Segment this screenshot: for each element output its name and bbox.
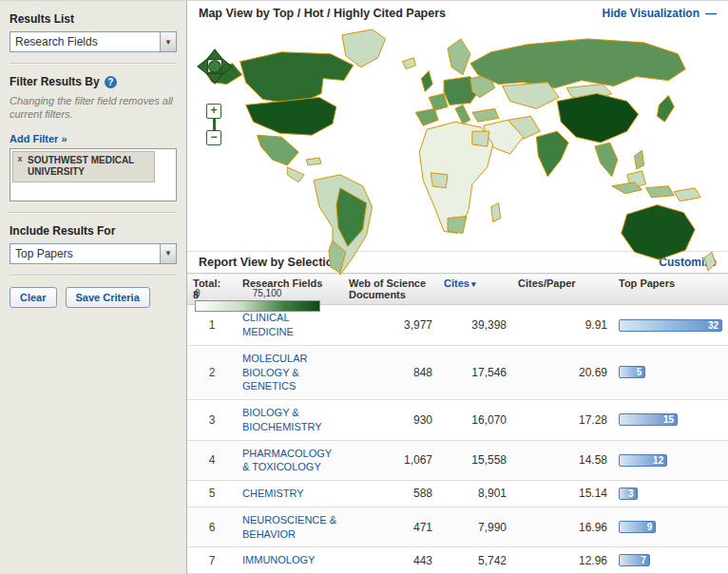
include-results-select[interactable]: Top Papers ▼ <box>10 243 177 264</box>
table-row: 4 PHARMACOLOGY & TOXICOLOGY 1,067 15,558… <box>187 440 728 481</box>
include-results-label: Include Results For <box>10 224 177 238</box>
main-panel: Map View by Top / Hot / Highly Cited Pap… <box>187 1 728 574</box>
top-papers-cell: 3 <box>613 481 728 507</box>
zoom-slider-track[interactable] <box>213 119 216 130</box>
results-table: Total: 8 Research Fields Web of Science … <box>187 273 728 574</box>
cites-cell: 17,546 <box>438 345 512 399</box>
collapse-minus-icon: — <box>705 7 717 20</box>
filter-tag-label: SOUTHWEST MEDICAL UNIVERSITY <box>28 155 134 178</box>
cites-per-paper-cell: 12.96 <box>512 547 613 574</box>
divider <box>10 63 177 65</box>
cites-per-paper-cell: 17.28 <box>512 400 613 441</box>
cites-per-paper-cell: 20.69 <box>512 345 613 399</box>
docs-cell: 848 <box>343 345 438 399</box>
hide-visualization-link[interactable]: Hide Visualization — <box>603 7 717 20</box>
filter-results-by-label: Filter Results By <box>10 75 100 88</box>
legend-gradient-bar <box>195 300 320 312</box>
map-legend: 0 75,100 <box>195 288 320 312</box>
include-results-selected-value: Top Papers <box>10 247 160 260</box>
rank-cell: 3 <box>187 400 237 441</box>
zoom-in-button[interactable]: + <box>206 104 221 119</box>
filter-tag[interactable]: x SOUTHWEST MEDICAL UNIVERSITY <box>12 151 155 182</box>
add-filter-link[interactable]: Add Filter » <box>10 133 67 144</box>
research-field-link[interactable]: CHEMISTRY <box>242 488 304 499</box>
clear-button[interactable]: Clear <box>10 287 57 308</box>
docs-cell: 471 <box>343 507 438 547</box>
results-list-label: Results List <box>10 12 177 26</box>
results-list-select[interactable]: Research Fields ▼ <box>10 31 177 52</box>
field-cell: BIOLOGY & BIOCHEMISTRY <box>237 400 343 441</box>
map-area: + − 0 75,100 <box>187 26 728 251</box>
cites-cell: 5,742 <box>438 547 512 574</box>
docs-cell: 1,067 <box>343 440 438 481</box>
research-field-link[interactable]: BIOLOGY & BIOCHEMISTRY <box>242 407 322 432</box>
legend-max-label: 75,100 <box>253 288 282 298</box>
field-cell: MOLECULAR BIOLOGY & GENETICS <box>237 345 343 399</box>
map-pan-control[interactable] <box>197 48 233 85</box>
research-field-link[interactable]: NEUROSCIENCE & BEHAVIOR <box>242 514 336 540</box>
filter-note: Changing the filter field removes all cu… <box>10 94 177 122</box>
top-papers-bar[interactable]: 15 <box>619 413 678 426</box>
cites-cell: 16,070 <box>438 400 512 441</box>
chevron-down-icon: ▼ <box>160 32 176 51</box>
cites-cell: 8,901 <box>438 481 512 507</box>
cites-per-paper-cell: 14.58 <box>512 440 613 481</box>
research-field-link[interactable]: MOLECULAR BIOLOGY & GENETICS <box>242 353 307 392</box>
top-papers-bar[interactable]: 12 <box>619 454 667 467</box>
top-papers-cell: 12 <box>613 440 728 481</box>
top-papers-bar[interactable]: 9 <box>619 521 656 533</box>
remove-filter-icon[interactable]: x <box>15 154 25 163</box>
table-row: 6 NEUROSCIENCE & BEHAVIOR 471 7,990 16.9… <box>187 507 728 547</box>
top-papers-bar[interactable]: 32 <box>619 319 722 332</box>
table-row: 3 BIOLOGY & BIOCHEMISTRY 930 16,070 17.2… <box>187 400 728 441</box>
map-countries <box>206 29 716 275</box>
top-papers-bar[interactable]: 5 <box>619 366 645 378</box>
docs-cell: 588 <box>343 481 438 507</box>
docs-cell: 930 <box>343 400 438 441</box>
cites-per-paper-cell: 16.96 <box>512 507 613 547</box>
filter-listbox[interactable]: x SOUTHWEST MEDICAL UNIVERSITY <box>10 148 177 201</box>
cites-per-paper-cell: 15.14 <box>512 481 613 507</box>
rank-cell: 5 <box>187 481 237 507</box>
map-view-title: Map View by Top / Hot / Highly Cited Pap… <box>199 7 446 20</box>
top-papers-cell: 32 <box>613 305 728 346</box>
world-map[interactable] <box>191 26 719 286</box>
cites-cell: 15,558 <box>438 440 512 481</box>
map-header: Map View by Top / Hot / Highly Cited Pap… <box>187 1 728 26</box>
top-papers-cell: 5 <box>613 345 728 399</box>
field-cell: CHEMISTRY <box>237 481 343 507</box>
divider <box>10 275 177 277</box>
rank-cell: 6 <box>187 507 237 547</box>
divider <box>10 212 177 214</box>
field-cell: PHARMACOLOGY & TOXICOLOGY <box>237 440 343 481</box>
research-field-link[interactable]: CLINICAL MEDICINE <box>242 312 294 337</box>
esi-app-window: Results List Research Fields ▼ Filter Re… <box>0 0 728 574</box>
top-papers-bar[interactable]: 3 <box>619 488 638 500</box>
rank-cell: 2 <box>187 345 237 399</box>
top-papers-cell: 9 <box>613 507 728 547</box>
docs-cell: 3,977 <box>343 305 438 346</box>
cites-cell: 7,990 <box>438 507 512 547</box>
cites-per-paper-cell: 9.91 <box>512 305 613 346</box>
pan-compass-icon <box>197 48 233 85</box>
table-row: 7 IMMUNOLOGY 443 5,742 12.96 7 <box>187 547 728 574</box>
research-field-link[interactable]: IMMUNOLOGY <box>242 554 315 565</box>
filters-sidebar: Results List Research Fields ▼ Filter Re… <box>0 1 187 574</box>
rank-cell: 4 <box>187 440 237 481</box>
top-papers-cell: 15 <box>613 400 728 441</box>
table-row: 2 MOLECULAR BIOLOGY & GENETICS 848 17,54… <box>187 345 728 399</box>
results-list-selected-value: Research Fields <box>10 35 160 48</box>
save-criteria-button[interactable]: Save Criteria <box>66 287 150 308</box>
top-papers-cell: 7 <box>613 547 728 574</box>
top-papers-bar[interactable]: 7 <box>619 554 650 566</box>
help-icon[interactable]: ? <box>105 76 117 88</box>
docs-cell: 443 <box>343 547 438 574</box>
rank-cell: 7 <box>187 547 237 574</box>
chevron-down-icon: ▼ <box>160 244 176 263</box>
cites-cell: 39,398 <box>438 305 512 346</box>
field-cell: NEUROSCIENCE & BEHAVIOR <box>237 507 343 547</box>
legend-min-label: 0 <box>195 288 201 298</box>
research-field-link[interactable]: PHARMACOLOGY & TOXICOLOGY <box>242 448 332 473</box>
field-cell: IMMUNOLOGY <box>237 547 343 574</box>
zoom-out-button[interactable]: − <box>206 130 221 145</box>
